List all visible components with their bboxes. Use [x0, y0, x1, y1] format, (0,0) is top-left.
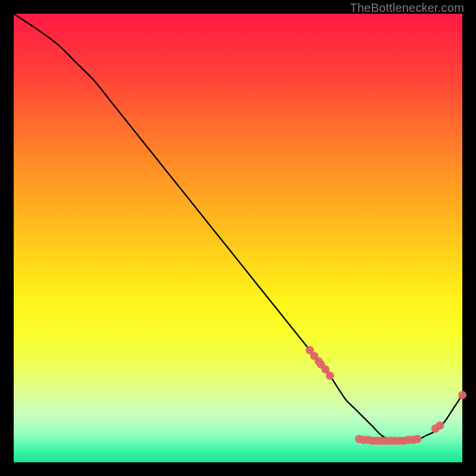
chart-svg — [14, 14, 462, 462]
svg-point-21 — [436, 421, 444, 430]
chart-stage: TheBottlenecker.com — [0, 0, 476, 476]
bottleneck-curve — [14, 14, 462, 440]
plot-area — [14, 14, 462, 462]
svg-point-19 — [414, 435, 422, 443]
watermark-text: TheBottlenecker.com — [350, 1, 464, 15]
highlight-points — [306, 346, 466, 445]
svg-point-22 — [458, 391, 466, 399]
svg-point-5 — [326, 371, 334, 380]
